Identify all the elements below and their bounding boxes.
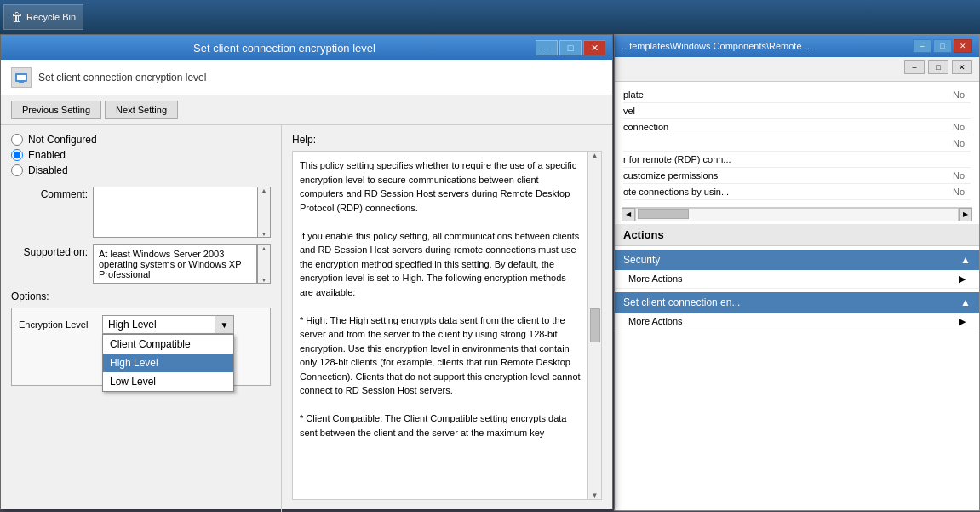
svg-rect-2 xyxy=(19,82,24,83)
supported-scrollbar[interactable]: ▲ ▼ xyxy=(257,244,271,284)
supported-value: At least Windows Server 2003 operating s… xyxy=(93,244,257,284)
rp-col2: No xyxy=(947,89,971,100)
bg-window: ...templates\Windows Components\Remote .… xyxy=(614,34,980,511)
taskbar: 🗑 Recycle Bin xyxy=(0,0,980,34)
scroll-right-arrow[interactable]: ▶ xyxy=(959,208,972,221)
not-configured-option[interactable]: Not Configured xyxy=(11,134,271,146)
option-low-level[interactable]: Low Level xyxy=(103,372,233,391)
main-dialog: Set client connection encryption level –… xyxy=(0,34,613,509)
help-para-2: If you enable this policy setting, all c… xyxy=(300,229,581,300)
dialog-minimize-btn[interactable]: – xyxy=(536,40,558,55)
rp-col2: No xyxy=(947,138,971,148)
dialog-close-btn[interactable]: ✕ xyxy=(583,40,605,55)
enabled-option[interactable]: Enabled xyxy=(11,149,271,161)
bg-win-close[interactable]: ✕ xyxy=(954,39,972,53)
not-configured-radio[interactable] xyxy=(11,134,23,146)
disabled-radio[interactable] xyxy=(11,164,23,176)
rp-col1: plate xyxy=(623,89,947,100)
rp-col2: No xyxy=(947,187,971,197)
help-scroll-down[interactable]: ▼ xyxy=(592,492,599,499)
set-client-section-header[interactable]: Set client connection en... ▲ xyxy=(615,292,979,313)
scroll-track[interactable] xyxy=(635,208,959,221)
help-scroll-up[interactable]: ▲ xyxy=(592,152,599,159)
security-collapse-icon: ▲ xyxy=(960,254,971,266)
dialog-title: Set client connection encryption level xyxy=(33,42,536,55)
encryption-level-row: Encryption Level High Level ▼ Client Com… xyxy=(19,315,263,334)
more-actions-arrow: ▶ xyxy=(959,273,966,285)
comment-section: Comment: ▲ ▼ xyxy=(11,187,271,238)
right-panel-content: – □ ✕ plate No vel connection No No xyxy=(615,57,979,331)
supported-on-label: Supported on: xyxy=(11,244,88,284)
option-high-level[interactable]: High Level xyxy=(103,354,233,372)
actions-panel: Actions Security ▲ More Actions ▶ Set cl… xyxy=(615,224,979,331)
table-row: customize permissions No xyxy=(623,168,971,184)
help-content-wrapper: This policy setting specifies whether to… xyxy=(292,151,602,500)
help-scroll-thumb[interactable] xyxy=(590,308,600,342)
help-para-3: * High: The High setting encrypts data s… xyxy=(300,314,581,398)
set-client-more-actions[interactable]: More Actions ▶ xyxy=(615,313,979,331)
encryption-selected-value: High Level xyxy=(103,316,215,333)
recycle-bin-label: Recycle Bin xyxy=(26,12,76,22)
comment-scroll-up[interactable]: ▲ xyxy=(261,187,267,193)
scroll-left-arrow[interactable]: ◀ xyxy=(622,208,635,221)
supported-scroll-up[interactable]: ▲ xyxy=(261,245,267,251)
bg-win-maximize[interactable]: □ xyxy=(933,39,952,53)
rp-col2: No xyxy=(947,170,971,181)
dialog-maximize-btn[interactable]: □ xyxy=(559,40,582,55)
set-client-arrow: ▶ xyxy=(959,316,966,327)
taskbar-recycle-bin[interactable]: 🗑 Recycle Bin xyxy=(3,4,83,30)
rp-col2 xyxy=(947,106,971,116)
table-row: connection No xyxy=(623,119,971,135)
set-client-collapse-icon: ▲ xyxy=(960,296,971,308)
set-client-more-actions-label: More Actions xyxy=(628,316,683,327)
next-setting-btn[interactable]: Next Setting xyxy=(105,101,178,119)
rp-col2: No xyxy=(947,122,971,132)
dialog-controls: – □ ✕ xyxy=(536,40,605,55)
encryption-dropdown-display[interactable]: High Level ▼ xyxy=(102,315,234,334)
security-section-header[interactable]: Security ▲ xyxy=(615,250,979,270)
security-more-actions[interactable]: More Actions ▶ xyxy=(615,270,979,289)
rp-col1: vel xyxy=(623,106,947,116)
dropdown-arrow-icon[interactable]: ▼ xyxy=(215,316,233,333)
dialog-body: Not Configured Enabled Disabled Comment: xyxy=(1,125,612,512)
dialog-header-title: Set client connection encryption level xyxy=(38,72,206,83)
options-label: Options: xyxy=(11,291,271,302)
table-row: r for remote (RDP) conn... xyxy=(623,152,971,168)
rp-col1: ote connections by usin... xyxy=(623,187,947,197)
comment-label: Comment: xyxy=(11,187,88,238)
comment-textarea[interactable] xyxy=(93,187,257,238)
bg-win-minimize[interactable]: – xyxy=(913,39,931,53)
horizontal-scrollbar[interactable]: ◀ ▶ xyxy=(622,207,972,221)
help-text-content: This policy setting specifies whether to… xyxy=(293,152,587,499)
comment-scroll-down[interactable]: ▼ xyxy=(261,231,267,237)
help-panel: Help: This policy setting specifies whet… xyxy=(282,125,612,512)
encryption-dropdown-menu: Client Compatible High Level Low Level xyxy=(102,334,234,392)
rp-col1: r for remote (RDP) conn... xyxy=(623,154,947,164)
right-panel-btn3[interactable]: ✕ xyxy=(952,60,972,74)
disabled-label: Disabled xyxy=(28,164,68,176)
rp-col1: customize permissions xyxy=(623,170,947,181)
security-section-title: Security xyxy=(623,254,660,266)
right-panel-btn2[interactable]: □ xyxy=(928,60,948,74)
help-scrollbar[interactable]: ▲ ▼ xyxy=(587,152,601,499)
security-more-actions-label: More Actions xyxy=(628,273,683,285)
scroll-thumb[interactable] xyxy=(638,209,689,219)
not-configured-label: Not Configured xyxy=(28,134,97,146)
comment-box-wrapper: ▲ ▼ xyxy=(93,187,271,238)
disabled-option[interactable]: Disabled xyxy=(11,164,271,176)
previous-setting-btn[interactable]: Previous Setting xyxy=(11,101,101,119)
enabled-label: Enabled xyxy=(28,149,66,161)
dialog-nav: Previous Setting Next Setting xyxy=(1,95,612,125)
comment-scrollbar[interactable]: ▲ ▼ xyxy=(257,187,271,238)
supported-scroll-down[interactable]: ▼ xyxy=(261,277,267,283)
actions-header: Actions xyxy=(615,224,979,246)
enabled-radio[interactable] xyxy=(11,149,23,161)
table-row: plate No xyxy=(623,87,971,103)
left-panel: Not Configured Enabled Disabled Comment: xyxy=(1,125,282,512)
rp-col2 xyxy=(947,154,971,164)
dialog-header-icon xyxy=(11,67,32,88)
rp-table-area: plate No vel connection No No r for remo… xyxy=(615,82,979,205)
help-para-4: * Client Compatible: The Client Compatib… xyxy=(300,411,581,440)
right-panel-btn1[interactable]: – xyxy=(904,60,925,74)
option-client-compatible[interactable]: Client Compatible xyxy=(103,335,233,354)
